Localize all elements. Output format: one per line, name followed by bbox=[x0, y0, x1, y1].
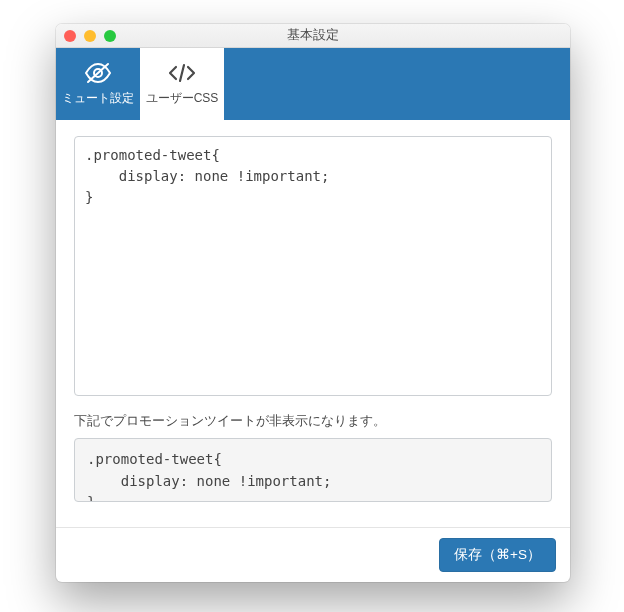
window-controls bbox=[64, 30, 116, 42]
help-text: 下記でプロモーションツイートが非表示になります。 bbox=[74, 412, 552, 430]
maximize-icon[interactable] bbox=[104, 30, 116, 42]
tab-label: ミュート設定 bbox=[62, 90, 134, 107]
footer: 保存（⌘+S） bbox=[56, 527, 570, 582]
titlebar: 基本設定 bbox=[56, 24, 570, 48]
save-button[interactable]: 保存（⌘+S） bbox=[439, 538, 556, 572]
tab-mute-settings[interactable]: ミュート設定 bbox=[56, 48, 140, 120]
code-icon bbox=[167, 62, 197, 84]
tab-label: ユーザーCSS bbox=[146, 90, 219, 107]
tab-bar: ミュート設定 ユーザーCSS bbox=[56, 48, 570, 120]
user-css-input[interactable] bbox=[74, 136, 552, 396]
settings-window: 基本設定 ミュート設定 bbox=[56, 24, 570, 582]
window-title: 基本設定 bbox=[56, 27, 570, 44]
content: 下記でプロモーションツイートが非表示になります。 .promoted-tweet… bbox=[56, 120, 570, 514]
close-icon[interactable] bbox=[64, 30, 76, 42]
minimize-icon[interactable] bbox=[84, 30, 96, 42]
content-scroll[interactable]: 下記でプロモーションツイートが非表示になります。 .promoted-tweet… bbox=[56, 120, 570, 527]
eye-slash-icon bbox=[84, 62, 112, 84]
tab-user-css[interactable]: ユーザーCSS bbox=[140, 48, 224, 120]
css-example: .promoted-tweet{ display: none !importan… bbox=[74, 438, 552, 502]
svg-line-2 bbox=[180, 65, 184, 81]
